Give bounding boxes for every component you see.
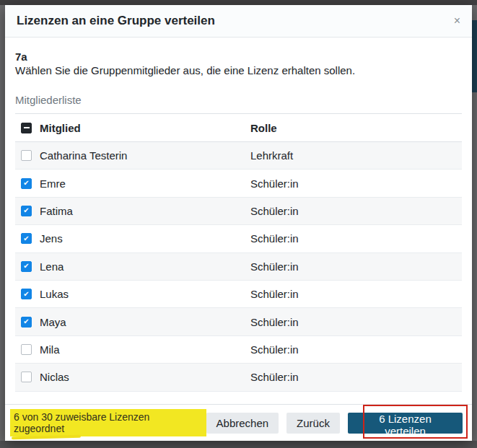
member-cell: Mila (15, 343, 250, 356)
license-status-text: 6 von 30 zuweisbare Lizenzen zugeordnet (10, 409, 206, 436)
member-role: Schüler:in (250, 343, 462, 356)
member-checkbox[interactable] (21, 150, 32, 161)
member-rows: Catharina Testerin Lehrkraft Emre Schüle… (15, 142, 462, 392)
table-row: Catharina Testerin Lehrkraft (15, 142, 462, 170)
member-checkbox[interactable] (21, 261, 32, 272)
member-cell: Niclas (15, 371, 250, 383)
close-icon[interactable]: × (454, 15, 460, 27)
member-name: Lukas (40, 288, 69, 300)
member-name: Emre (40, 177, 66, 190)
backdrop-bottom-bar (0, 441, 477, 448)
dialog-footer: 6 von 30 zuweisbare Lizenzen zugeordnet … (5, 404, 472, 441)
member-name: Jens (40, 232, 63, 245)
member-checkbox[interactable] (21, 344, 32, 355)
distribute-licenses-button[interactable]: 6 Lizenzen verteilen (348, 413, 463, 434)
member-role: Schüler:in (250, 260, 462, 273)
member-cell: Catharina Testerin (15, 149, 250, 162)
member-cell: Maya (15, 316, 250, 328)
dialog-title: Lizenzen an eine Gruppe verteilen (17, 14, 215, 28)
backdrop-page-fragment (471, 20, 477, 92)
screen: Lizenzen an eine Gruppe verteilen × 7a W… (0, 0, 477, 448)
group-name: 7a (15, 50, 462, 63)
member-role: Schüler:in (250, 177, 462, 190)
member-role: Schüler:in (250, 288, 462, 300)
cancel-button[interactable]: Abbrechen (206, 413, 279, 434)
table-row: Lukas Schüler:in (15, 281, 462, 308)
backdrop-top-bar (0, 0, 477, 5)
member-column-label: Mitglied (40, 122, 81, 134)
table-row: Fatima Schüler:in (15, 198, 462, 225)
member-name: Catharina Testerin (40, 149, 127, 162)
member-name: Mila (40, 343, 60, 356)
member-role: Lehrkraft (250, 149, 462, 162)
member-cell: Fatima (15, 205, 250, 217)
table-row: Jens Schüler:in (15, 225, 462, 252)
dialog-body: 7a Wählen Sie die Gruppenmitglieder aus,… (5, 38, 472, 404)
member-checkbox[interactable] (21, 317, 32, 328)
select-all-checkbox[interactable] (21, 123, 32, 133)
table-row: Emre Schüler:in (15, 170, 462, 197)
table-row: Mila Schüler:in (15, 336, 462, 364)
member-cell: Emre (15, 177, 250, 190)
member-checkbox[interactable] (21, 372, 32, 382)
member-cell: Jens (15, 232, 250, 245)
member-cell: Lena (15, 260, 250, 273)
member-checkbox[interactable] (21, 178, 32, 189)
member-checkbox[interactable] (21, 289, 32, 299)
member-role: Schüler:in (250, 371, 462, 383)
member-cell: Lukas (15, 288, 250, 300)
member-name: Lena (40, 260, 64, 273)
dialog-header: Lizenzen an eine Gruppe verteilen × (5, 5, 472, 38)
table-row: Maya Schüler:in (15, 308, 462, 335)
member-role: Schüler:in (250, 205, 462, 217)
member-checkbox[interactable] (21, 206, 32, 216)
member-name: Niclas (40, 371, 69, 383)
dialog-description: Wählen Sie die Gruppenmitglieder aus, di… (15, 64, 462, 76)
table-row: Niclas Schüler:in (15, 364, 462, 391)
member-name: Maya (40, 316, 66, 328)
member-role: Schüler:in (250, 316, 462, 328)
member-table: Mitglied Rolle Catharina Testerin Lehrkr… (15, 113, 462, 392)
member-role: Schüler:in (250, 232, 462, 245)
table-row: Lena Schüler:in (15, 253, 462, 281)
table-header-row: Mitglied Rolle (15, 114, 462, 142)
member-list-label: Mitgliederliste (15, 94, 462, 106)
member-checkbox[interactable] (21, 233, 32, 244)
role-column-label: Rolle (250, 122, 277, 134)
distribute-licenses-dialog: Lizenzen an eine Gruppe verteilen × 7a W… (5, 5, 472, 441)
member-column-header-cell: Mitglied (15, 122, 250, 134)
footer-buttons: Abbrechen Zurück 6 Lizenzen verteilen (206, 413, 463, 434)
back-button[interactable]: Zurück (286, 413, 340, 434)
role-column-header-cell: Rolle (250, 122, 462, 134)
member-name: Fatima (40, 205, 73, 217)
